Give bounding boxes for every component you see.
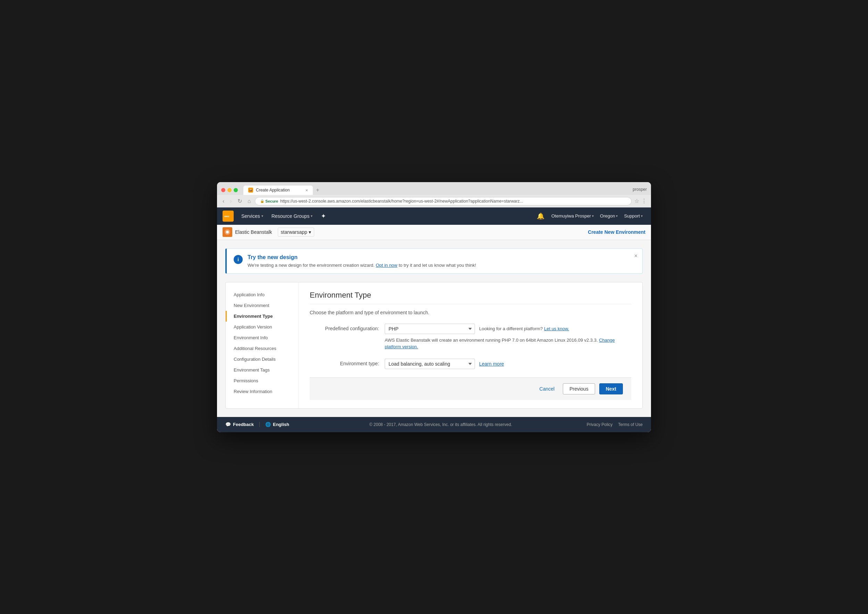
support-nav-item[interactable]: Support ▾	[621, 211, 646, 221]
terms-of-use-link[interactable]: Terms of Use	[618, 422, 642, 427]
page-content: i Try the new design We're testing a new…	[217, 240, 651, 417]
footer-copyright: © 2008 - 2017, Amazon Web Services, Inc.…	[295, 422, 587, 427]
pin-icon[interactable]: ✦	[317, 210, 330, 222]
user-nav-item[interactable]: Otemuyiwa Prosper ▾	[549, 211, 596, 221]
services-label: Services	[241, 213, 260, 219]
sidebar-item-environment-tags[interactable]: Environment Tags	[226, 364, 298, 375]
home-button[interactable]: ⌂	[246, 197, 252, 205]
services-chevron-icon: ▾	[261, 214, 263, 218]
sidebar-item-permissions[interactable]: Permissions	[226, 375, 298, 386]
info-banner: i Try the new design We're testing a new…	[226, 248, 642, 274]
sub-nav: Elastic Beanstalk starwarsapp ▾ Create N…	[217, 225, 651, 240]
minimize-button[interactable]	[227, 188, 232, 192]
app-dropdown-chevron-icon: ▾	[309, 229, 311, 235]
refresh-button[interactable]: ↻	[236, 197, 243, 205]
previous-button[interactable]: Previous	[563, 383, 595, 394]
env-type-select[interactable]: Load balancing, auto scaling Single inst…	[385, 359, 475, 369]
info-title: Try the new design	[247, 254, 476, 260]
tab-close-icon[interactable]: ×	[305, 188, 308, 193]
section-description: Choose the platform and type of environm…	[310, 310, 631, 315]
close-button[interactable]	[221, 188, 226, 192]
sidebar-item-environment-type[interactable]: Environment Type	[226, 311, 298, 322]
info-icon: i	[234, 255, 243, 264]
let-us-know-link[interactable]: Let us know.	[544, 326, 569, 331]
info-banner-close-icon[interactable]: ×	[634, 253, 638, 259]
form-footer-bar: Cancel Previous Next	[310, 377, 631, 400]
support-chevron-icon: ▾	[641, 214, 642, 218]
browser-window: 📦 Create Application × + prosper ‹ › ↻ ⌂…	[217, 182, 651, 432]
bookmark-icon[interactable]: ☆	[634, 198, 639, 204]
app-dropdown-label: starwarsapp	[281, 229, 307, 235]
predefined-config-row: Predefined configuration: PHP Node.js Py…	[310, 324, 631, 350]
sidebar-item-environment-info[interactable]: Environment Info	[226, 332, 298, 343]
address-actions: ☆ ⋮	[634, 198, 647, 204]
app-dropdown[interactable]: starwarsapp ▾	[278, 228, 314, 237]
cancel-button[interactable]: Cancel	[535, 384, 559, 394]
sidebar-item-configuration-details[interactable]: Configuration Details	[226, 354, 298, 364]
main-layout: Application Info New Environment Environ…	[226, 282, 642, 409]
sidebar-item-additional-resources[interactable]: Additional Resources	[226, 343, 298, 354]
predefined-config-select[interactable]: PHP Node.js Python Ruby Tomcat IIS Docke…	[385, 324, 475, 334]
env-type-controls: Load balancing, auto scaling Single inst…	[385, 359, 631, 369]
feedback-button[interactable]: 💬 Feedback	[226, 422, 260, 427]
predefined-config-inline: PHP Node.js Python Ruby Tomcat IIS Docke…	[385, 324, 631, 334]
info-content: Try the new design We're testing a new d…	[247, 254, 476, 268]
language-button[interactable]: 🌐 English	[260, 422, 295, 427]
sidebar-item-new-environment[interactable]: New Environment	[226, 300, 298, 311]
resource-groups-label: Resource Groups	[272, 213, 310, 219]
info-text-before: We're testing a new design for the envir…	[247, 263, 375, 268]
browser-user: prosper	[633, 187, 647, 193]
predefined-config-controls: PHP Node.js Python Ruby Tomcat IIS Docke…	[385, 324, 631, 350]
tab-bar: 📦 Create Application × +	[243, 186, 630, 195]
footer-left: 💬 Feedback 🌐 English	[226, 422, 295, 427]
sidebar-item-review-information[interactable]: Review Information	[226, 386, 298, 397]
page-footer: 💬 Feedback 🌐 English © 2008 - 2017, Amaz…	[217, 417, 651, 432]
secure-badge: Secure	[260, 199, 278, 203]
forward-button[interactable]: ›	[229, 197, 233, 205]
globe-icon: 🌐	[265, 422, 271, 427]
back-button[interactable]: ‹	[221, 197, 226, 205]
resource-groups-nav-item[interactable]: Resource Groups ▾	[268, 211, 316, 221]
elastic-beanstalk-nav: Elastic Beanstalk	[222, 227, 278, 237]
create-new-environment-button[interactable]: Create New Environment	[588, 229, 646, 235]
info-text: We're testing a new design for the envir…	[247, 263, 476, 268]
bell-icon[interactable]: 🔔	[533, 210, 548, 222]
active-tab[interactable]: 📦 Create Application ×	[243, 186, 313, 195]
sidebar: Application Info New Environment Environ…	[226, 282, 299, 408]
next-button[interactable]: Next	[599, 383, 623, 394]
sidebar-item-application-info[interactable]: Application Info	[226, 289, 298, 300]
browser-titlebar: 📦 Create Application × + prosper	[217, 182, 651, 195]
predefined-hint: Looking for a different platform? Let us…	[479, 326, 569, 331]
services-nav-item[interactable]: Services ▾	[238, 211, 267, 221]
tab-favicon: 📦	[248, 188, 253, 192]
traffic-lights	[221, 188, 238, 192]
browser-menu-icon[interactable]: ⋮	[641, 198, 647, 204]
aws-nav: aws Services ▾ Resource Groups ▾ ✦ 🔔 Ote…	[217, 208, 651, 225]
nav-right-items: 🔔 Otemuyiwa Prosper ▾ Oregon ▾ Support ▾	[533, 210, 646, 222]
opt-in-link[interactable]: Opt in now	[376, 263, 397, 268]
footer-right: Privacy Policy Terms of Use	[587, 422, 642, 427]
info-text-after: to try it and let us know what you think…	[398, 263, 476, 268]
address-input[interactable]: Secure https://us-west-2.console.aws.ama…	[255, 197, 632, 205]
region-label: Oregon	[600, 213, 615, 219]
section-title: Environment Type	[310, 291, 631, 304]
feedback-icon: 💬	[226, 422, 231, 427]
region-nav-item[interactable]: Oregon ▾	[597, 211, 621, 221]
env-type-row: Environment type: Load balancing, auto s…	[310, 359, 631, 369]
user-chevron-icon: ▾	[592, 214, 594, 218]
sub-nav-right: Create New Environment	[588, 229, 646, 235]
elastic-beanstalk-label[interactable]: Elastic Beanstalk	[235, 229, 272, 235]
resource-groups-chevron-icon: ▾	[311, 214, 313, 218]
svg-point-3	[226, 231, 229, 233]
address-url: https://us-west-2.console.aws.amazon.com…	[280, 199, 523, 204]
learn-more-link[interactable]: Learn more	[479, 361, 504, 367]
new-tab-button[interactable]: +	[313, 186, 322, 194]
maximize-button[interactable]	[234, 188, 238, 192]
predefined-config-label: Predefined configuration:	[310, 324, 379, 331]
platform-description: AWS Elastic Beanstalk will create an env…	[385, 337, 628, 350]
privacy-policy-link[interactable]: Privacy Policy	[587, 422, 613, 427]
user-label: Otemuyiwa Prosper	[551, 213, 591, 219]
sidebar-item-application-version[interactable]: Application Version	[226, 322, 298, 332]
aws-logo: aws	[222, 211, 234, 222]
content-area: Environment Type Choose the platform and…	[299, 282, 642, 408]
